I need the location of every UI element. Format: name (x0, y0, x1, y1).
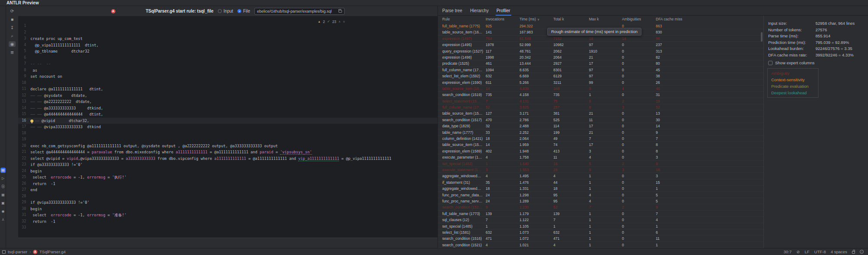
stop-icon[interactable]: ■ (9, 17, 16, 22)
profiler-row[interactable]: expression_elem (1590)6115.266321199026 (438, 79, 763, 86)
table-vertical-scrollbar[interactable] (761, 32, 763, 42)
profiler-row[interactable]: search_condition (1521)41.0214101 (438, 242, 763, 248)
caret-position[interactable]: 30:7 (783, 249, 792, 254)
code-line[interactable]: 17—— —— @vipa333333333333 dtkind (18, 124, 437, 130)
profiler-row[interactable]: query_expression (1527)11748.76120621910… (438, 48, 763, 54)
version-control-tool-icon[interactable]: ⅄ (0, 217, 6, 222)
code-line[interactable]: 33 (18, 225, 437, 231)
code-line[interactable]: 12—— —— @sysdate dtdate, (18, 93, 437, 99)
profiler-row[interactable]: search_condition (1516)4711.0724711011 (438, 235, 763, 242)
code-line[interactable]: 13—— —— @a2222222222 dtdate, (18, 99, 437, 105)
profiler-table-header[interactable]: RuleInvocationsTime (ms)∨Total kMax kAmb… (438, 16, 763, 23)
code-line[interactable]: 23if @a333333333333 !='0' (18, 162, 437, 168)
profiler-row[interactable]: full_column_name (17…10948.635830197045 (438, 67, 763, 73)
profiler-row[interactable]: expression_elem (1589)4021.948413308 (438, 148, 763, 154)
code-line[interactable]: 26 return -1 (18, 181, 437, 187)
antlr-tool-icon[interactable]: Ⓐ (0, 184, 6, 189)
code-line[interactable]: 8 as (18, 67, 437, 74)
input-radio-circle[interactable] (218, 9, 222, 13)
inspections-widget[interactable]: ▲2 ✓23 ∧ ∨ (318, 19, 345, 24)
refresh-icon[interactable]: ⟳ (9, 8, 16, 14)
profiler-row[interactable]: if_statement (31)351.476441015 (438, 179, 763, 185)
code-line[interactable]: 7-- -- -- (18, 61, 437, 67)
code-line[interactable]: 2 (18, 30, 437, 36)
file-path-input[interactable]: ebelice/Github/tsql-parser/examples/big.… (254, 8, 345, 15)
tab-parse-tree[interactable]: Parse tree (442, 6, 462, 16)
code-line[interactable]: 25 select errorcode = -1, errormsg = '执行… (18, 174, 437, 181)
code-line[interactable]: 32 return -1 (18, 219, 437, 225)
profiler-row[interactable]: search_condition (1517)4702.78652511030 (438, 117, 763, 123)
tab-profiler[interactable]: Profiler (496, 6, 510, 16)
code-line[interactable]: 10 (18, 80, 437, 86)
code-line[interactable]: 29if @vipa333333333333 !='0' (18, 199, 437, 206)
line-separator[interactable]: LF (805, 249, 809, 254)
code-editor[interactable]: 123create proc up_com_test4 @p_vipa11111… (18, 17, 437, 238)
breadcrumb[interactable]: tsql-parser › A TSqlParser.g4 (0, 249, 66, 254)
column-header-invocations[interactable]: Invocations (486, 17, 518, 21)
profiler-row[interactable]: set_special (1485)11.1051101 (438, 223, 763, 229)
code-line[interactable]: 11declare @a1111111111111 dtint, (18, 86, 437, 93)
show-expert-columns-checkbox[interactable]: Show expert columns (768, 60, 815, 65)
next-issue-icon[interactable]: ∨ (343, 20, 345, 23)
search-icon[interactable]: ⌕ (9, 33, 16, 39)
lock-icon[interactable] (852, 251, 855, 254)
indent-size[interactable]: 4 spaces (831, 249, 847, 254)
file-radio-circle[interactable] (237, 9, 241, 13)
code-line[interactable]: 31 select errorcode = -1, errormsg = '准备… (18, 212, 437, 219)
profiler-row[interactable]: predicate (1525)46113.444292717080 (438, 60, 763, 66)
file-radio[interactable]: File (237, 9, 250, 13)
profiler-row[interactable]: search_condition (1519)7354.1587351031 (438, 92, 763, 98)
intention-bulb-icon[interactable] (30, 119, 33, 123)
hierarchy-tree-icon[interactable]: ≣ (9, 50, 16, 55)
profiler-row[interactable]: data_type (1829)322.48811417014 (438, 123, 763, 129)
code-line[interactable]: 15—— —— @a444444444444444 dtint, (18, 111, 437, 118)
code-line[interactable]: 20exec nb_com_getsysconfig @a11111111111… (18, 143, 437, 149)
profiler-row[interactable]: execute_parameter (1…41.75811403 (438, 154, 763, 160)
code-line[interactable]: 3create proc up_com_test (18, 36, 437, 42)
code-line-caret[interactable]: 16—— @vipid dtchar32, (18, 118, 437, 124)
profiler-row[interactable]: table_name (1777)332.2521992109 (438, 129, 763, 136)
profiler-row[interactable]: execute_statement (1…31.553289316 (438, 167, 763, 173)
profiler-row[interactable]: select_list_elem (1592)6326.669612997038 (438, 73, 763, 79)
code-line[interactable]: 18 (18, 130, 437, 137)
code-line[interactable]: 14—— —— @a333333333333 dtkind, (18, 105, 437, 112)
code-line[interactable]: 6 (18, 55, 437, 61)
breadcrumb-project[interactable]: tsql-parser (8, 249, 27, 254)
profiler-row[interactable]: full_table_name (1773)1391.179139107 (438, 211, 763, 217)
problems-tool-icon[interactable]: ◉ (0, 209, 6, 214)
column-header-time-ms-[interactable]: Time (ms)∨ (519, 17, 552, 21)
code-line[interactable]: 28 (18, 193, 437, 200)
input-radio[interactable]: Input (218, 9, 233, 13)
column-header-dfa-cache-miss[interactable]: DFA cache miss (656, 17, 690, 21)
prev-issue-icon[interactable]: ∧ (339, 20, 341, 23)
profiler-row[interactable]: expression (1497)76461.5487152181496 (438, 36, 763, 42)
profiler-row[interactable]: table_source_item (15…141.959741708 (438, 142, 763, 148)
profiler-row[interactable]: table_source_item (16…144.8393489446 (438, 86, 763, 92)
profiler-row[interactable]: set_special (1483)11.64016528 (438, 161, 763, 167)
profiler-row[interactable]: search_condition (152…91.23052729 (438, 204, 763, 210)
profiler-row[interactable]: expression (1495)197852.99910982970237 (438, 42, 763, 48)
profiler-row[interactable]: full_column_name (17…523.6252578352 (438, 104, 763, 110)
run-tool-icon[interactable]: ▷ (0, 176, 6, 181)
readonly-icon[interactable]: ⊘ (796, 249, 800, 254)
profiler-row[interactable]: func_proc_name_data…241.29895405 (438, 192, 763, 198)
browse-folder-icon[interactable] (339, 10, 342, 13)
column-header-total-k[interactable]: Total k (553, 17, 587, 21)
profiler-row[interactable]: sql_clauses (12)71.1227104 (438, 217, 763, 223)
profiler-row[interactable]: table_source_item (15…1273.17138121013 (438, 110, 763, 116)
info-icon[interactable]: ! (860, 250, 864, 254)
code-line[interactable]: 21select @a444444444444444 = paravalue f… (18, 149, 437, 156)
code-line[interactable]: 19 (18, 136, 437, 143)
code-line[interactable]: 9set nocount on (18, 73, 437, 80)
profiler-row[interactable]: column_definition (1421)182.06449707 (438, 136, 763, 142)
code-line[interactable]: 4 @p_vipa1111111111111 dtint, (18, 42, 437, 49)
code-line[interactable]: 30begin (18, 206, 437, 212)
profiler-row[interactable]: select_statement (15…74.131756219 (438, 98, 763, 104)
profiler-run-icon[interactable]: ◉ (9, 41, 16, 47)
terminal-tool-icon[interactable]: ▣ (0, 201, 6, 206)
code-line[interactable]: 27end (18, 187, 437, 193)
antlr-preview-tool-icon[interactable]: ▤ (0, 168, 6, 173)
code-line[interactable]: 1 (18, 23, 437, 30)
tab-hierarchy[interactable]: Hierarchy (470, 6, 489, 16)
column-header-rule[interactable]: Rule (442, 17, 484, 21)
